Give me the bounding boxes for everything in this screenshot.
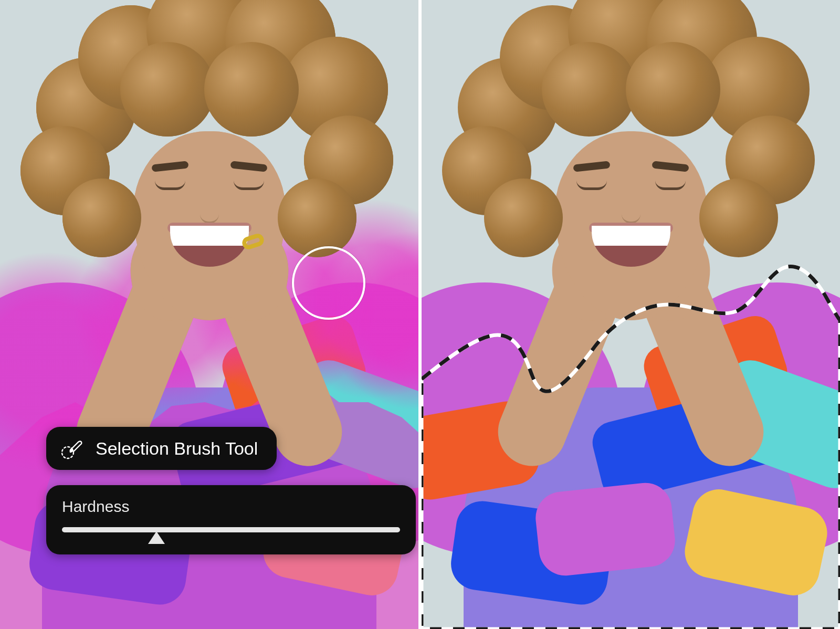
- tool-chip-label: Selection Brush Tool: [96, 438, 258, 459]
- comparison-stage: Selection Brush Tool Hardness: [0, 0, 840, 629]
- right-pane: [422, 0, 840, 629]
- brush-cursor-ring[interactable]: [292, 246, 365, 320]
- selection-brush-icon: [60, 436, 84, 460]
- selection-brush-tool-chip[interactable]: Selection Brush Tool: [46, 427, 277, 470]
- hardness-slider-panel: Hardness: [46, 485, 416, 554]
- left-pane: Selection Brush Tool Hardness: [0, 0, 418, 629]
- hardness-slider-thumb[interactable]: [148, 531, 165, 544]
- hardness-label: Hardness: [62, 498, 400, 516]
- selection-marquee: [422, 0, 840, 629]
- hardness-slider-track[interactable]: [62, 527, 400, 532]
